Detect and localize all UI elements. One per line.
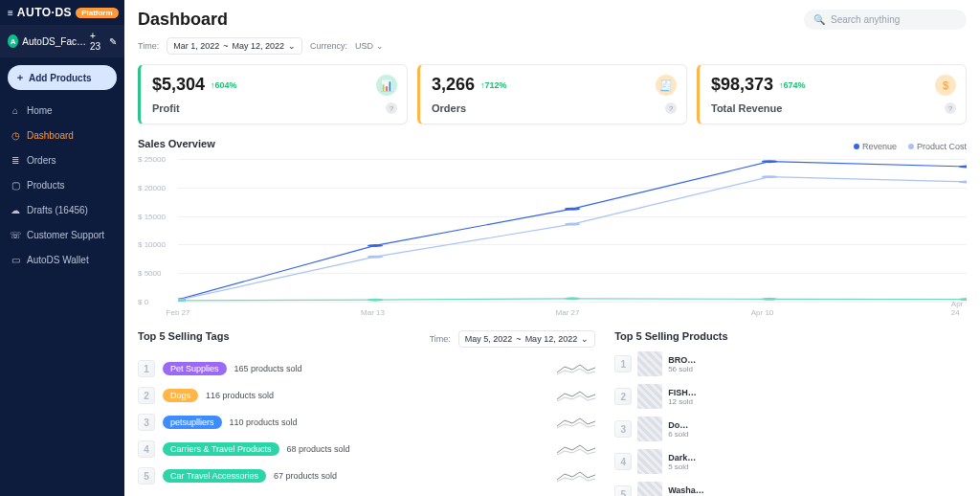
store-selector[interactable]: A AutoDS_Fac… + 23 ✎ (0, 25, 124, 57)
nav: ⌂Home ◷Dashboard ≣Orders ▢Products ☁Draf… (0, 98, 124, 272)
rank: 4 (138, 440, 155, 458)
product-row[interactable]: 4 Dark…5 sold (614, 445, 967, 478)
rank: 3 (614, 420, 632, 438)
kpi-delta: ↑674% (779, 80, 806, 90)
sparkline-icon (557, 468, 595, 484)
add-products-label: Add Products (29, 73, 92, 83)
help-icon[interactable]: ? (386, 102, 397, 114)
product-name: Do… (668, 420, 688, 430)
y-tick: $ 0 (138, 298, 148, 306)
svg-point-3 (762, 160, 777, 163)
chart-title: Sales Overview (138, 138, 215, 149)
tag-row[interactable]: 1 Pet Supplies 165 products sold (138, 355, 595, 382)
help-icon[interactable]: ? (945, 102, 956, 114)
product-sold: 5 sold (668, 462, 696, 471)
gauge-icon: ◷ (10, 129, 21, 141)
rank: 2 (138, 387, 155, 404)
tags-title: Top 5 Selling Tags (138, 330, 230, 342)
kpi-value: $5,304 (152, 75, 205, 95)
rank: 1 (138, 360, 155, 377)
product-name: FISH… (668, 388, 697, 397)
legend-item: Product Cost (908, 142, 967, 151)
y-tick: $ 10000 (138, 240, 166, 249)
kpi-profit: $5,304↑604% Profit 📊 ? (138, 64, 408, 124)
svg-point-6 (368, 256, 383, 259)
kpi-row: $5,304↑604% Profit 📊 ? 3,266↑712% Orders… (138, 64, 967, 124)
tags-date-picker[interactable]: May 5, 2022~May 12, 2022 ⌄ (458, 330, 595, 348)
y-tick: $ 5000 (138, 269, 161, 278)
product-row[interactable]: 2 FISH…12 sold (614, 380, 967, 413)
kpi-delta: ↑604% (211, 80, 237, 90)
tag-pill: Pet Supplies (163, 362, 227, 375)
list-icon: ≣ (10, 154, 21, 166)
tag-row[interactable]: 3 petsuplliers 110 products sold (138, 409, 595, 436)
nav-orders[interactable]: ≣Orders (0, 147, 124, 172)
rank: 5 (614, 485, 632, 496)
rank: 3 (138, 414, 155, 431)
page-title: Dashboard (138, 10, 228, 30)
search-icon: 🔍 (813, 14, 825, 25)
store-avatar: A (8, 34, 18, 48)
currency-select[interactable]: USD ⌄ (355, 41, 384, 51)
nav-support[interactable]: ☏Customer Support (0, 222, 124, 247)
kpi-label: Profit (152, 102, 395, 114)
tag-row[interactable]: 4 Carriers & Travel Products 68 products… (138, 436, 595, 462)
svg-point-1 (368, 244, 383, 247)
svg-point-8 (762, 175, 777, 178)
add-products-button[interactable]: ＋ Add Products (8, 65, 117, 90)
home-icon: ⌂ (10, 104, 21, 116)
tag-sold: 67 products sold (274, 471, 337, 481)
x-tick: Mar 13 (361, 308, 385, 317)
brand-name: AUTO·DS (17, 6, 72, 19)
date-from: Mar 1, 2022 (173, 41, 219, 51)
sparkline-icon (557, 441, 595, 457)
sales-chart: $ 0$ 5000$ 10000$ 15000$ 20000$ 25000 Fe… (138, 159, 967, 317)
product-thumb (637, 351, 662, 376)
product-row[interactable]: 1 BRO…56 sold (614, 348, 967, 380)
chevron-down-icon: ⌄ (581, 334, 589, 344)
product-row[interactable]: 5 Washa…4 sold (614, 478, 967, 496)
top-products-section: Top 5 Selling Products 1 BRO…56 sold2 FI… (614, 330, 967, 496)
nav-products[interactable]: ▢Products (0, 172, 124, 197)
time-label: Time: (430, 334, 451, 344)
rank: 5 (138, 467, 155, 485)
sidebar: ≡ AUTO·DS Platform A AutoDS_Fac… + 23 ✎ … (0, 0, 124, 496)
tag-sold: 165 products sold (234, 364, 302, 373)
product-sold: 12 sold (668, 397, 697, 406)
nav-wallet[interactable]: ▭AutoDS Wallet (0, 247, 124, 272)
cloud-icon: ☁ (10, 204, 21, 215)
y-tick: $ 15000 (138, 212, 166, 220)
menu-icon[interactable]: ≡ (8, 8, 13, 18)
svg-point-13 (762, 298, 777, 301)
tag-pill: Car Travel Accessories (163, 469, 266, 483)
search-input[interactable]: 🔍 Search anything (804, 10, 967, 30)
sparkline-icon (557, 361, 595, 376)
svg-point-2 (565, 208, 580, 211)
product-name: Dark… (668, 453, 696, 462)
svg-point-7 (565, 223, 580, 226)
nav-drafts[interactable]: ☁Drafts (16456) (0, 197, 124, 222)
nav-label: Orders (27, 155, 56, 166)
nav-home[interactable]: ⌂Home (0, 98, 124, 123)
product-name: BRO… (668, 355, 696, 365)
tag-pill: Dogs (163, 389, 198, 402)
legend-dot-icon (854, 144, 859, 149)
kpi-orders: 3,266↑712% Orders 🧾 ? (417, 64, 687, 124)
help-icon[interactable]: ? (665, 102, 677, 114)
x-tick: Mar 27 (556, 308, 580, 317)
tag-row[interactable]: 2 Dogs 116 products sold (138, 382, 595, 409)
products-title: Top 5 Selling Products (614, 330, 967, 342)
product-row[interactable]: 3 Do…6 sold (614, 413, 967, 445)
product-thumb (637, 417, 662, 441)
store-name: AutoDS_Fac… (22, 36, 86, 47)
tag-sold: 116 products sold (206, 391, 274, 400)
tag-row[interactable]: 5 Car Travel Accessories 67 products sol… (138, 462, 595, 489)
kpi-value: $98,373 (711, 75, 773, 95)
nav-label: Home (27, 105, 53, 116)
product-thumb (637, 384, 662, 409)
legend-item: Revenue (854, 142, 897, 151)
pencil-icon[interactable]: ✎ (109, 36, 117, 47)
product-thumb (637, 482, 662, 496)
date-range-picker[interactable]: Mar 1, 2022 ~ May 12, 2022 ⌄ (167, 37, 302, 55)
nav-dashboard[interactable]: ◷Dashboard (0, 123, 124, 147)
